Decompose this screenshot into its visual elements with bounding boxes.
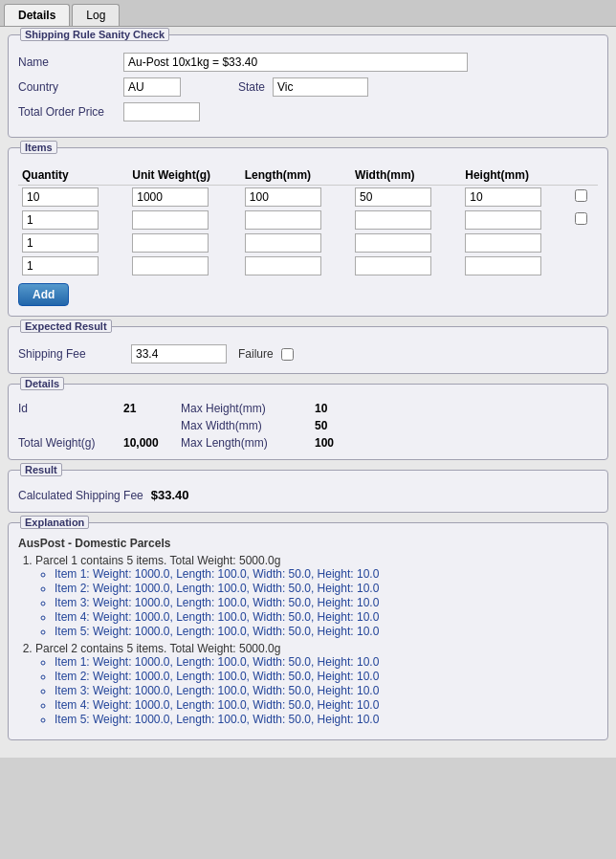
- failure-label: Failure: [238, 347, 274, 361]
- item-2-quantity-input[interactable]: [22, 233, 99, 253]
- parcel-sub-item: Item 5: Weight: 1000.0, Length: 100.0, W…: [55, 625, 598, 638]
- item-0-width-input[interactable]: [355, 187, 431, 207]
- item-0-quantity-input[interactable]: [22, 187, 99, 207]
- items-table: Quantity Unit Weight(g) Length(mm) Width…: [18, 165, 598, 277]
- expected-result-title: Expected Result: [20, 319, 112, 333]
- max-width-value: 50: [315, 419, 372, 432]
- parcel-sub-item: Item 2: Weight: 1000.0, Length: 100.0, W…: [55, 670, 598, 683]
- parcel-item: Parcel 2 contains 5 items. Total Weight:…: [35, 642, 598, 726]
- calculated-label: Calculated Shipping Fee: [18, 489, 143, 502]
- name-row: Name: [18, 53, 598, 72]
- item-2-width-input[interactable]: [355, 233, 431, 253]
- parcel-sub-item: Item 1: Weight: 1000.0, Length: 100.0, W…: [55, 567, 598, 581]
- item-0-unit_weight-input[interactable]: [132, 187, 209, 207]
- item-0-length-input[interactable]: [245, 187, 321, 207]
- table-row: [18, 254, 598, 277]
- col-quantity: Quantity: [18, 165, 128, 186]
- parcel-sub-item: Item 4: Weight: 1000.0, Length: 100.0, W…: [55, 698, 598, 712]
- item-2-length-input[interactable]: [245, 233, 321, 253]
- max-length-value: 100: [315, 436, 372, 450]
- item-2-height-input[interactable]: [465, 233, 541, 253]
- shipping-rule-title: Shipping Rule Sanity Check: [20, 28, 169, 41]
- item-3-length-input[interactable]: [245, 256, 321, 275]
- item-1-quantity-input[interactable]: [22, 210, 99, 230]
- shipping-fee-label: Shipping Fee: [18, 347, 123, 361]
- explanation-title: Explanation: [20, 516, 89, 529]
- total-order-price-label: Total Order Price: [18, 105, 123, 119]
- parcel-sub-item: Item 3: Weight: 1000.0, Length: 100.0, W…: [55, 596, 598, 609]
- country-label: Country: [18, 80, 123, 94]
- col-width: Width(mm): [351, 165, 461, 186]
- state-label: State: [238, 80, 265, 94]
- col-height: Height(mm): [461, 165, 571, 186]
- item-0-checkbox[interactable]: [575, 189, 587, 202]
- tab-details[interactable]: Details: [4, 4, 70, 26]
- item-3-height-input[interactable]: [465, 256, 541, 275]
- page-content: Shipping Rule Sanity Check Name Country …: [0, 27, 616, 758]
- items-section: Items Quantity Unit Weight(g) Length(mm)…: [8, 147, 608, 317]
- item-0-height-input[interactable]: [465, 187, 541, 207]
- max-width-label: Max Width(mm): [181, 419, 315, 432]
- item-1-unit_weight-input[interactable]: [132, 210, 209, 230]
- shipping-fee-row: Shipping Fee Failure: [18, 344, 598, 363]
- total-weight-value: 10,000: [123, 436, 181, 450]
- result-row: Calculated Shipping Fee $33.40: [18, 488, 598, 502]
- tab-log[interactable]: Log: [72, 4, 120, 26]
- failure-checkbox[interactable]: [281, 348, 294, 361]
- calculated-value: $33.40: [151, 488, 189, 502]
- item-3-unit_weight-input[interactable]: [132, 256, 209, 275]
- parcel-item: Parcel 1 contains 5 items. Total Weight:…: [35, 554, 598, 638]
- table-row: [18, 186, 598, 209]
- item-2-unit_weight-input[interactable]: [132, 233, 209, 253]
- item-1-checkbox[interactable]: [575, 212, 587, 225]
- items-title: Items: [20, 141, 57, 154]
- tab-bar: Details Log: [0, 0, 616, 27]
- col-unit-weight: Unit Weight(g): [128, 165, 241, 186]
- item-3-width-input[interactable]: [355, 256, 431, 275]
- parcel-sub-item: Item 4: Weight: 1000.0, Length: 100.0, W…: [55, 610, 598, 624]
- add-button[interactable]: Add: [18, 283, 69, 306]
- provider-name: AusPost - Domestic Parcels: [18, 537, 598, 550]
- shipping-rule-section: Shipping Rule Sanity Check Name Country …: [8, 34, 608, 138]
- country-row: Country State: [18, 77, 598, 97]
- explanation-content: AusPost - Domestic Parcels Parcel 1 cont…: [18, 537, 598, 726]
- table-row: [18, 231, 598, 254]
- details-title: Details: [20, 377, 64, 390]
- table-row: [18, 209, 598, 231]
- total-order-price-row: Total Order Price: [18, 102, 598, 121]
- result-title: Result: [20, 463, 62, 476]
- details-section: Details Id 21 Max Height(mm) 10 Max Widt…: [8, 384, 608, 460]
- col-checkbox-header: [571, 165, 598, 186]
- item-1-length-input[interactable]: [245, 210, 321, 230]
- expected-result-section: Expected Result Shipping Fee Failure: [8, 326, 608, 374]
- id-label: Id: [18, 402, 123, 415]
- max-height-value: 10: [315, 402, 372, 415]
- result-section: Result Calculated Shipping Fee $33.40: [8, 470, 608, 513]
- country-input[interactable]: [123, 77, 181, 97]
- parcel-sub-item: Item 3: Weight: 1000.0, Length: 100.0, W…: [55, 684, 598, 697]
- max-height-label: Max Height(mm): [181, 402, 315, 415]
- item-1-height-input[interactable]: [465, 210, 541, 230]
- parcel-sub-item: Item 5: Weight: 1000.0, Length: 100.0, W…: [55, 713, 598, 726]
- item-3-quantity-input[interactable]: [22, 256, 99, 275]
- explanation-section: Explanation AusPost - Domestic Parcels P…: [8, 522, 608, 740]
- id-value: 21: [123, 402, 181, 415]
- name-label: Name: [18, 55, 123, 69]
- total-weight-label: Total Weight(g): [18, 436, 123, 450]
- state-input[interactable]: [273, 77, 368, 97]
- shipping-fee-input[interactable]: [131, 344, 227, 363]
- name-input[interactable]: [123, 53, 468, 72]
- parcel-sub-item: Item 2: Weight: 1000.0, Length: 100.0, W…: [55, 582, 598, 595]
- total-order-price-input[interactable]: [123, 102, 200, 121]
- item-1-width-input[interactable]: [355, 210, 431, 230]
- max-length-label: Max Length(mm): [181, 436, 315, 450]
- parcel-sub-item: Item 1: Weight: 1000.0, Length: 100.0, W…: [55, 655, 598, 669]
- col-length: Length(mm): [241, 165, 351, 186]
